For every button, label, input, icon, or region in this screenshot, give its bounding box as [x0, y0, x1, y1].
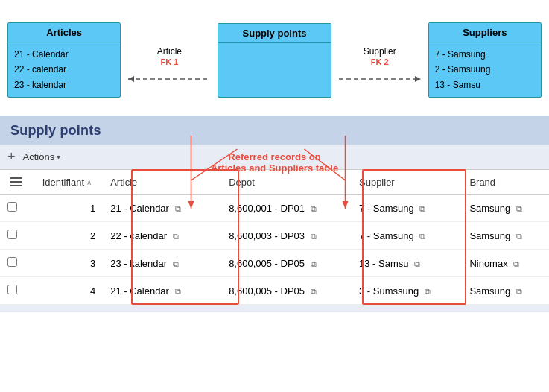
- articles-title: Articles: [8, 23, 120, 42]
- articles-item-3: 23 - kalendar: [14, 78, 114, 92]
- row-checkbox[interactable]: [7, 285, 17, 294]
- brand-ext-link[interactable]: ⧉: [516, 287, 522, 296]
- row-depot: 8,600,003 - DP03 ⧉: [221, 222, 352, 250]
- actions-button[interactable]: Actions ▾: [20, 150, 64, 164]
- row-checkbox-cell: [0, 277, 35, 305]
- table-row: 3 23 - kalendar ⧉ 8,600,005 - DP05 ⧉ 13 …: [0, 250, 549, 277]
- depot-ext-link[interactable]: ⧉: [311, 232, 317, 241]
- row-checkbox[interactable]: [7, 257, 17, 267]
- row-brand: Samsung ⧉: [462, 195, 549, 222]
- brand-ext-link[interactable]: ⧉: [516, 232, 522, 241]
- table-header-row: Identifiant ∧ Article Depot Supplier: [0, 170, 549, 195]
- article-ext-link[interactable]: ⧉: [173, 259, 179, 268]
- supply-points-table: Identifiant ∧ Article Depot Supplier: [0, 169, 549, 305]
- suppliers-item-3: 13 - Samsu: [435, 78, 535, 92]
- row-id: 3: [35, 250, 104, 277]
- row-brand: Samsung ⧉: [462, 222, 549, 250]
- add-button[interactable]: +: [7, 149, 16, 165]
- col-header-brand[interactable]: Brand: [462, 170, 549, 195]
- depot-ext-link[interactable]: ⧉: [311, 287, 317, 296]
- connector1-arrow: [121, 69, 218, 89]
- col-header-supplier[interactable]: Supplier: [352, 170, 462, 195]
- supply-points-box: Supply points: [218, 23, 331, 98]
- row-checkbox-cell: [0, 222, 35, 250]
- row-checkbox[interactable]: [7, 230, 17, 239]
- supply-points-title: Supply points: [218, 24, 330, 43]
- article-ext-link[interactable]: ⧉: [175, 204, 181, 213]
- connector1: Article FK 1: [121, 46, 218, 89]
- supplier-ext-link[interactable]: ⧉: [419, 204, 425, 213]
- row-depot: 8,600,001 - DP01 ⧉: [221, 195, 352, 222]
- connector2-arrow: [331, 69, 428, 89]
- row-depot: 8,600,005 - DP05 ⧉: [221, 250, 352, 277]
- table-row: 4 21 - Calendar ⧉ 8,600,005 - DP05 ⧉ 3 -…: [0, 277, 549, 305]
- table-section: Supply points Referred records on Articl…: [0, 116, 549, 312]
- article-ext-link[interactable]: ⧉: [173, 232, 179, 241]
- sort-arrow-icon: ∧: [86, 178, 92, 186]
- row-supplier: 13 - Samsu ⧉: [352, 250, 462, 277]
- connector2-label: Supplier FK 2: [364, 46, 396, 67]
- row-id: 2: [35, 222, 104, 250]
- connector2: Supplier FK 2: [331, 46, 428, 89]
- articles-item-1: 21 - Calendar: [14, 47, 114, 62]
- svg-marker-1: [128, 76, 134, 82]
- suppliers-item-1: 7 - Samsung: [435, 47, 535, 62]
- table-row: 2 22 - calendar ⧉ 8,600,003 - DP03 ⧉ 7 -…: [0, 222, 549, 250]
- actions-bar: + Actions ▾: [0, 145, 549, 169]
- col-header-depot[interactable]: Depot: [221, 170, 352, 195]
- articles-item-2: 22 - calendar: [14, 62, 114, 77]
- articles-content: 21 - Calendar 22 - calendar 23 - kalenda…: [8, 42, 120, 97]
- row-article: 21 - Calendar ⧉: [103, 195, 221, 222]
- row-supplier: 7 - Samsung ⧉: [352, 195, 462, 222]
- row-depot: 8,600,005 - DP05 ⧉: [221, 277, 352, 305]
- svg-marker-3: [415, 76, 421, 82]
- brand-ext-link[interactable]: ⧉: [516, 204, 522, 213]
- depot-ext-link[interactable]: ⧉: [311, 204, 317, 213]
- supplier-ext-link[interactable]: ⧉: [425, 287, 431, 296]
- hamburger-icon[interactable]: [7, 176, 28, 188]
- col-header-check: [0, 170, 35, 195]
- row-brand: Samsung ⧉: [462, 277, 549, 305]
- supplier-ext-link[interactable]: ⧉: [419, 232, 425, 241]
- diagram-section: Articles 21 - Calendar 22 - calendar 23 …: [0, 0, 549, 116]
- suppliers-content: 7 - Samsung 2 - Samsuung 13 - Samsu: [429, 42, 541, 97]
- chevron-down-icon: ▾: [57, 153, 60, 161]
- data-table-wrapper: Identifiant ∧ Article Depot Supplier: [0, 169, 549, 312]
- suppliers-item-2: 2 - Samsuung: [435, 62, 535, 77]
- row-checkbox[interactable]: [7, 202, 17, 212]
- row-id: 4: [35, 277, 104, 305]
- articles-box: Articles 21 - Calendar 22 - calendar 23 …: [7, 22, 121, 98]
- supplier-ext-link[interactable]: ⧉: [414, 259, 420, 268]
- row-checkbox-cell: [0, 250, 35, 277]
- brand-ext-link[interactable]: ⧉: [513, 259, 519, 268]
- col-header-id[interactable]: Identifiant ∧: [35, 170, 104, 195]
- row-article: 21 - Calendar ⧉: [103, 277, 221, 305]
- col-header-article[interactable]: Article: [103, 170, 221, 195]
- row-id: 1: [35, 195, 104, 222]
- table-section-title: Supply points: [0, 116, 549, 145]
- row-supplier: 3 - Sumssung ⧉: [352, 277, 462, 305]
- table-row: 1 21 - Calendar ⧉ 8,600,001 - DP01 ⧉ 7 -…: [0, 195, 549, 222]
- suppliers-title: Suppliers: [429, 23, 541, 42]
- article-ext-link[interactable]: ⧉: [175, 287, 181, 296]
- supply-points-content: [218, 43, 330, 92]
- row-checkbox-cell: [0, 195, 35, 222]
- row-supplier: 7 - Samsung ⧉: [352, 222, 462, 250]
- suppliers-box: Suppliers 7 - Samsung 2 - Samsuung 13 - …: [428, 22, 542, 98]
- row-article: 22 - calendar ⧉: [103, 222, 221, 250]
- row-article: 23 - kalendar ⧉: [103, 250, 221, 277]
- depot-ext-link[interactable]: ⧉: [311, 259, 317, 268]
- connector1-label: Article FK 1: [157, 46, 182, 67]
- row-brand: Ninomax ⧉: [462, 250, 549, 277]
